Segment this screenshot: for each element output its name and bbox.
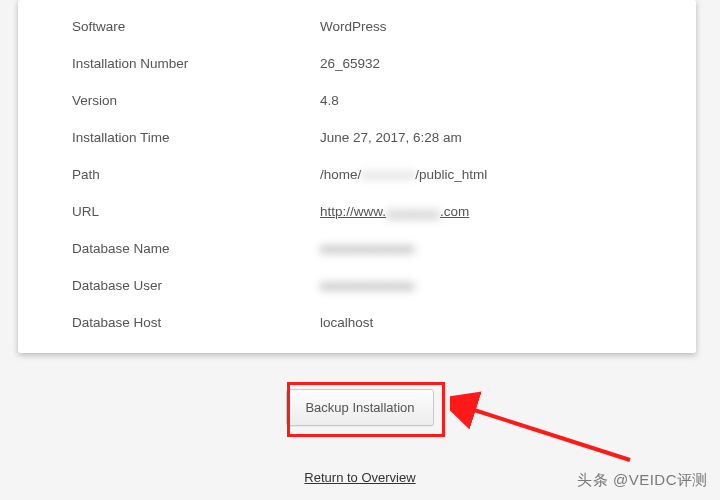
value-version: 4.8 <box>320 93 339 108</box>
actions-area: Backup Installation <box>0 389 720 426</box>
url-prefix: http://www. <box>320 204 386 219</box>
value-software: WordPress <box>320 19 387 34</box>
value-install-number: 26_65932 <box>320 56 380 71</box>
row-software: Software WordPress <box>18 8 696 45</box>
path-obscured: xxxxxxxx <box>361 167 415 182</box>
label-path: Path <box>72 167 320 182</box>
label-url: URL <box>72 204 320 219</box>
label-software: Software <box>72 19 320 34</box>
row-version: Version 4.8 <box>18 82 696 119</box>
value-path: /home/xxxxxxxx/public_html <box>320 167 487 182</box>
row-db-user: Database User xxxxxxxxxxxxxx <box>18 267 696 304</box>
return-area: Return to Overview <box>0 468 720 486</box>
row-db-host: Database Host localhost <box>18 304 696 341</box>
label-install-number: Installation Number <box>72 56 320 71</box>
value-install-time: June 27, 2017, 6:28 am <box>320 130 462 145</box>
label-db-name: Database Name <box>72 241 320 256</box>
installation-url-link[interactable]: http://www.xxxxxxxx.com <box>320 204 469 219</box>
row-install-number: Installation Number 26_65932 <box>18 45 696 82</box>
return-to-overview-link[interactable]: Return to Overview <box>304 470 415 485</box>
backup-installation-button[interactable]: Backup Installation <box>286 389 433 426</box>
label-install-time: Installation Time <box>72 130 320 145</box>
label-version: Version <box>72 93 320 108</box>
installation-details-card: Software WordPress Installation Number 2… <box>18 0 696 353</box>
label-db-user: Database User <box>72 278 320 293</box>
row-url: URL http://www.xxxxxxxx.com <box>18 193 696 230</box>
row-path: Path /home/xxxxxxxx/public_html <box>18 156 696 193</box>
row-db-name: Database Name xxxxxxxxxxxxxx <box>18 230 696 267</box>
path-prefix: /home/ <box>320 167 361 182</box>
value-db-user: xxxxxxxxxxxxxx <box>320 278 415 293</box>
value-url: http://www.xxxxxxxx.com <box>320 204 469 219</box>
url-suffix: .com <box>440 204 469 219</box>
label-db-host: Database Host <box>72 315 320 330</box>
value-db-name: xxxxxxxxxxxxxx <box>320 241 415 256</box>
url-obscured: xxxxxxxx <box>386 204 440 219</box>
path-suffix: /public_html <box>415 167 487 182</box>
row-install-time: Installation Time June 27, 2017, 6:28 am <box>18 119 696 156</box>
value-db-host: localhost <box>320 315 373 330</box>
